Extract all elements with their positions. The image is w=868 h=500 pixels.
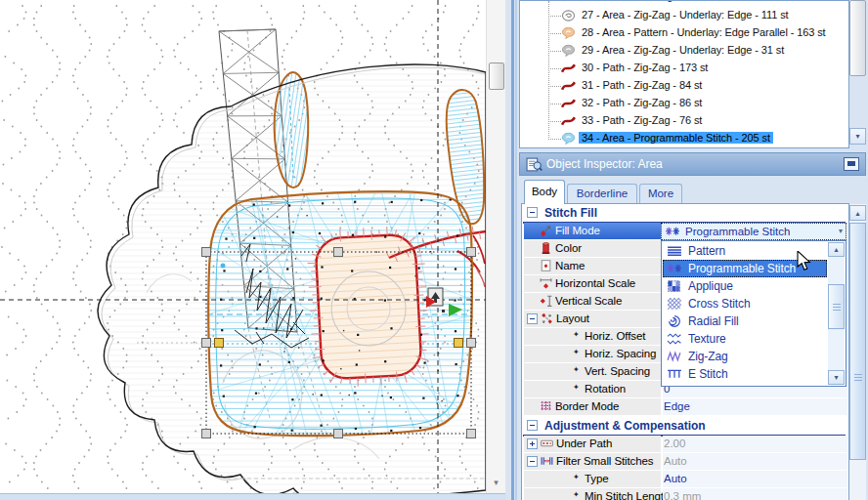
horizontal-scale-icon: [539, 276, 553, 290]
object-list-item[interactable]: 30 - Path - Zig-Zag - 173 st: [520, 60, 848, 77]
object-list-item[interactable]: 32 - Path - Zig-Zag - 86 st: [520, 95, 848, 112]
panel-splitter[interactable]: [511, 0, 514, 500]
tree-connector: [548, 68, 561, 69]
minimize-button[interactable]: [844, 157, 859, 171]
canvas-horizontal-scrollbar[interactable]: [0, 493, 518, 500]
chevron-down-icon[interactable]: ▾: [839, 227, 843, 235]
property-label-cell[interactable]: ✦Min Stitch Lengt: [524, 488, 661, 500]
object-list-item-label: 32 - Path - Zig-Zag - 86 st: [579, 97, 705, 108]
object-list-item[interactable]: 28 - Area - Pattern - Underlay: Edge Par…: [520, 24, 848, 42]
scroll-up-icon[interactable]: ▴: [828, 242, 845, 257]
object-list-item-label: 29 - Area - Zig-Zag - Underlay: Edge - 3…: [579, 44, 787, 56]
object-list-item[interactable]: 26 - Path - Running Stitch: [520, 0, 848, 6]
object-list-item[interactable]: 31 - Path - Zig-Zag - 84 st: [520, 77, 848, 95]
property-label-cell[interactable]: Color: [524, 240, 661, 257]
object-list-item[interactable]: 29 - Area - Zig-Zag - Underlay: Edge - 3…: [520, 42, 848, 60]
property-label-cell[interactable]: Under Path: [524, 436, 661, 452]
area-blob-blue-icon: [561, 132, 576, 146]
object-list-item[interactable]: 34 - Area - Programmable Stitch - 205 st: [520, 130, 848, 147]
filter-small-stitches-icon: [540, 454, 554, 468]
object-list-item[interactable]: 33 - Path - Zig-Zag - 76 st: [520, 112, 848, 130]
tree-connector: [548, 33, 561, 34]
property-row[interactable]: Border ModeEdge: [523, 398, 847, 416]
property-value-cell[interactable]: Edge: [663, 398, 847, 415]
property-label-cell[interactable]: ✦Vert. Spacing: [524, 363, 661, 380]
path-stitch-icon: [561, 62, 576, 75]
dropdown-item[interactable]: Applique: [663, 277, 827, 295]
property-row[interactable]: ✦Min Stitch Lengt0.3 mm: [523, 488, 847, 500]
property-value: Auto: [664, 455, 687, 467]
property-label-cell[interactable]: ✦Rotation: [524, 381, 661, 397]
section-title: Adjustment & Compensation: [544, 419, 706, 433]
vertical-scale-icon: [539, 294, 553, 308]
property-value: Edge: [664, 400, 690, 412]
property-label: Border Mode: [555, 400, 619, 412]
tab-body[interactable]: Body: [524, 180, 565, 204]
property-label: Name: [555, 260, 585, 271]
inspector-scrollbar-thumb[interactable]: [849, 223, 866, 460]
design-canvas-area[interactable]: [0, 0, 486, 493]
tab-more[interactable]: More: [639, 184, 682, 204]
property-row[interactable]: Filter Small StitchesAuto: [523, 453, 847, 471]
property-value-cell[interactable]: 2.00: [663, 436, 847, 452]
design-canvas[interactable]: [0, 0, 486, 493]
property-grid: Stitch FillFill ModeColorNameHorizontal …: [521, 203, 849, 500]
scroll-down-icon[interactable]: ▾: [828, 370, 845, 385]
property-label-cell[interactable]: Filter Small Stitches: [524, 453, 661, 470]
property-label-cell[interactable]: Fill Mode: [524, 223, 661, 239]
dropdown-item[interactable]: Zig-Zag: [663, 348, 827, 365]
object-list-item-label: 33 - Path - Zig-Zag - 76 st: [579, 114, 705, 126]
list-scroll-down-icon[interactable]: ▾: [849, 128, 866, 145]
dropdown-item[interactable]: Texture: [663, 330, 827, 348]
fill-mode-dropdown[interactable]: PatternProgrammable StitchAppliqueCross …: [661, 240, 846, 387]
property-value: 0.3 mm: [664, 490, 701, 500]
dropdown-item-label: E Stitch: [688, 367, 728, 381]
property-row[interactable]: Under Path2.00: [523, 436, 847, 453]
fill-mode-combobox[interactable]: Programmable Stitch▾: [661, 223, 846, 240]
list-scrollbar-thumb[interactable]: [849, 0, 866, 76]
property-label-cell[interactable]: Border Mode: [524, 398, 661, 415]
property-label: Filter Small Stitches: [556, 455, 654, 467]
dropdown-item[interactable]: E Stitch: [663, 365, 827, 383]
inspector-title: Object Inspector: Area: [546, 157, 663, 171]
bullet-icon: ✦: [573, 473, 580, 481]
property-label-cell[interactable]: ✦Horiz. Spacing: [524, 346, 661, 362]
property-value-cell[interactable]: Auto: [663, 471, 847, 487]
fill-mode-icon: [539, 224, 553, 237]
object-list[interactable]: 26 - Path - Running Stitch27 - Area - Zi…: [519, 0, 849, 148]
property-label-cell[interactable]: ✦Type: [524, 471, 661, 487]
tree-connector: [548, 16, 561, 17]
radial-fill-icon: [667, 314, 682, 328]
collapse-icon[interactable]: [527, 313, 538, 324]
property-label-cell[interactable]: Layout: [524, 311, 661, 327]
applique-icon: [667, 279, 682, 293]
scroll-down-icon[interactable]: ▾: [490, 477, 502, 489]
property-value-cell[interactable]: Auto: [663, 453, 847, 470]
section-title: Stitch Fill: [544, 206, 597, 220]
canvas-vertical-scrollbar[interactable]: ▾: [486, 0, 506, 493]
property-value-cell[interactable]: 0.3 mm: [663, 488, 847, 500]
collapse-icon[interactable]: [527, 456, 538, 467]
scroll-up-icon[interactable]: ▴: [849, 205, 866, 221]
property-label-cell[interactable]: Name: [524, 258, 661, 274]
property-label-cell[interactable]: Horizontal Scale: [524, 275, 661, 292]
dropdown-item[interactable]: Cross Stitch: [663, 295, 827, 312]
bullet-icon: ✦: [573, 490, 580, 499]
property-row[interactable]: ✦TypeAuto: [523, 471, 847, 488]
tree-connector: [548, 121, 561, 122]
programmable-stitch-icon: [667, 262, 682, 275]
property-label: Type: [585, 473, 609, 484]
dropdown-scrollbar-thumb[interactable]: [828, 284, 845, 329]
expand-icon[interactable]: [527, 438, 538, 449]
property-label-cell[interactable]: ✦Horiz. Offset: [524, 328, 661, 345]
path-stitch-icon: [561, 97, 576, 110]
object-list-item-label: 27 - Area - Zig-Zag - Underlay: Edge - 1…: [579, 9, 792, 21]
collapse-icon[interactable]: [527, 420, 538, 431]
property-label-cell[interactable]: Vertical Scale: [524, 293, 661, 310]
dropdown-item[interactable]: Radial Fill: [663, 312, 827, 330]
tab-borderline[interactable]: Borderline: [567, 184, 637, 204]
object-list-item[interactable]: 27 - Area - Zig-Zag - Underlay: Edge - 1…: [520, 7, 848, 24]
canvas-scrollbar-thumb[interactable]: [489, 62, 504, 90]
under-path-icon: [540, 437, 554, 450]
collapse-icon[interactable]: [527, 207, 538, 218]
